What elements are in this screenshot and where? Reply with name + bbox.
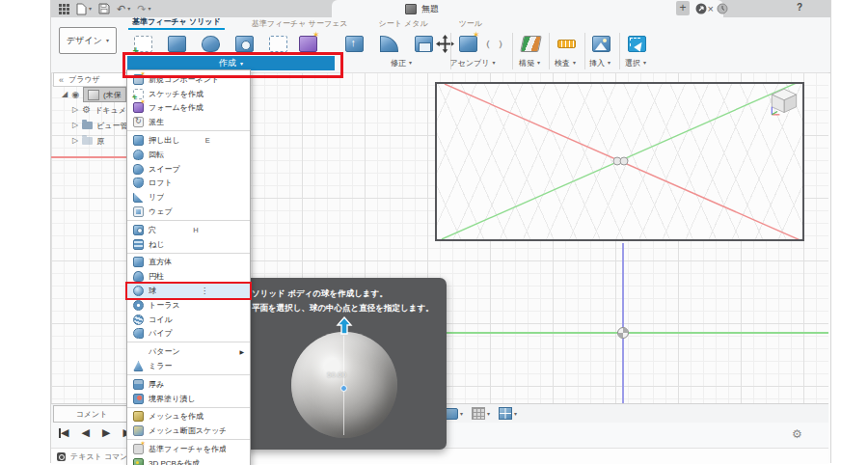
display-settings-bar — [443, 407, 517, 420]
menu-item-icon — [133, 74, 144, 85]
x-axis-line — [51, 156, 126, 158]
expand-caret-icon[interactable] — [72, 137, 78, 145]
sphere-center-point — [340, 385, 347, 392]
redo-button[interactable]: ↷ — [137, 4, 150, 14]
timeline-gear-icon[interactable] — [792, 427, 802, 441]
document-tab[interactable]: 無題 × — [332, 0, 723, 17]
create-menu-item[interactable]: ロフト — [127, 177, 250, 191]
collapse-panel-icon[interactable] — [59, 75, 64, 85]
create-menu-item[interactable]: 厚み — [127, 377, 250, 392]
menu-item-icon — [133, 117, 144, 127]
timeline-play-button[interactable]: ▶ — [102, 427, 110, 438]
timeline-skip-start-button[interactable]: ◀ — [59, 427, 68, 438]
create-menu-item[interactable]: ねじ — [127, 237, 250, 254]
create-menu-item[interactable]: 派生 — [127, 115, 250, 131]
quick-access-toolbar: ↶ ↷ — [59, 2, 150, 15]
menu-item-icon — [133, 394, 144, 404]
create-menu-item[interactable]: 回転 — [127, 148, 250, 162]
measure-button[interactable] — [553, 32, 580, 56]
expand-all-icon[interactable]: ◢ — [62, 91, 68, 98]
new-component-icon — [459, 36, 477, 52]
modify-caret-icon — [409, 60, 412, 66]
create-menu-item[interactable]: コイル — [127, 313, 250, 327]
help-button[interactable]: ? — [797, 2, 802, 13]
more-options-icon[interactable]: ⋮ — [201, 287, 208, 295]
hole-button[interactable] — [231, 32, 258, 56]
create-menu-item[interactable]: パイプ — [127, 327, 250, 343]
menu-item-icon — [133, 458, 144, 465]
project-geometry-button[interactable] — [264, 32, 291, 56]
viewports-button[interactable] — [499, 407, 517, 420]
create-menu-item[interactable]: スイープ — [127, 162, 250, 177]
create-menu-item[interactable]: 新規コンポーネント — [127, 72, 250, 87]
box-button[interactable] — [163, 32, 190, 56]
construct-plane-button[interactable] — [517, 32, 544, 56]
menu-item-icon — [133, 178, 144, 188]
menu-item-icon — [133, 361, 144, 371]
create-menu-item[interactable]: 3D PCBを作成 — [127, 456, 250, 465]
expand-caret-icon[interactable] — [72, 122, 78, 129]
press-pull-button[interactable] — [340, 32, 367, 56]
visibility-eye-icon[interactable] — [71, 91, 79, 99]
document-title: 無題 — [421, 3, 439, 15]
document-node[interactable]: (未保 — [83, 87, 126, 102]
modify-dropdown-button[interactable]: 修正 — [369, 57, 433, 68]
create-menu-item[interactable]: トーラス — [127, 298, 250, 313]
ribbon-tab[interactable]: 基準フィーチャ サーフェス — [248, 17, 352, 30]
close-tab-button[interactable]: × — [708, 4, 714, 14]
create-dropdown-button[interactable]: 作成 — [127, 56, 335, 70]
text-command-icon[interactable] — [57, 452, 66, 461]
viewport-inset[interactable] — [435, 82, 804, 241]
assemble-dropdown-button[interactable]: アセンブリ — [443, 57, 502, 68]
joint-button[interactable]: ﹙﹚ — [481, 32, 508, 56]
insert-image-icon — [592, 36, 610, 52]
timeline-step-back-button[interactable]: ◀ — [81, 427, 89, 438]
create-sketch-button[interactable] — [129, 32, 156, 56]
undo-caret-icon — [127, 6, 130, 12]
app-grid-icon[interactable] — [59, 4, 69, 14]
undo-icon: ↶ — [117, 4, 125, 14]
grid-settings-button[interactable] — [472, 407, 490, 420]
ribbon-tab[interactable]: ツール — [455, 17, 486, 30]
create-menu-item[interactable]: 基準フィーチャを作成 — [127, 442, 250, 456]
menu-item-icon — [133, 206, 144, 217]
save-icon[interactable] — [98, 3, 110, 14]
menu-item-icon — [133, 257, 144, 267]
create-menu-item[interactable]: メッシュ断面スケッチを作成 — [127, 424, 250, 440]
new-component-button[interactable] — [454, 32, 481, 56]
create-menu-item[interactable]: ウェブ — [127, 205, 250, 221]
select-dropdown-button[interactable]: 選択 — [613, 57, 658, 68]
create-menu-item[interactable]: スケッチを作成 — [127, 87, 250, 101]
job-status-clock-icon[interactable] — [717, 3, 728, 14]
select-button[interactable] — [623, 32, 650, 56]
file-menu-button[interactable] — [76, 3, 92, 15]
insert-image-button[interactable] — [587, 32, 614, 56]
create-menu-item[interactable]: フォームを作成 — [127, 101, 250, 116]
create-menu-item[interactable]: 円柱 — [127, 269, 250, 284]
undo-button[interactable]: ↶ — [117, 4, 130, 14]
fillet-button[interactable] — [375, 32, 402, 56]
expand-caret-icon[interactable] — [72, 106, 78, 114]
view-cube[interactable] — [770, 87, 799, 116]
create-menu-item[interactable]: 直方体 — [127, 256, 250, 270]
workspace-switcher[interactable]: デザイン — [59, 27, 117, 54]
create-menu-item[interactable]: 球 ⋮ — [127, 284, 250, 298]
menu-item-icon — [133, 300, 144, 311]
create-menu-item[interactable]: 穴 H — [127, 223, 250, 237]
browser-header[interactable]: ブラウザ — [53, 72, 133, 87]
redo-icon: ↷ — [137, 4, 146, 14]
create-menu-item[interactable]: ミラー — [127, 359, 250, 375]
comments-panel-tab[interactable]: コメント — [53, 405, 130, 423]
new-tab-button[interactable]: + — [676, 1, 690, 15]
create-form-button[interactable] — [294, 32, 321, 56]
extensions-icon[interactable] — [695, 3, 707, 14]
ribbon-tab[interactable]: シート メタル — [374, 17, 431, 30]
create-menu-item[interactable]: 押し出し E — [127, 133, 250, 148]
browser-row-label: ドキュメ — [95, 105, 126, 116]
create-menu-item[interactable]: パターン — [127, 344, 250, 359]
create-menu-item[interactable]: リブ — [127, 190, 250, 205]
create-menu-item[interactable]: メッシュを作成 — [127, 410, 250, 424]
create-menu-item[interactable]: 境界塗り潰し — [127, 392, 250, 408]
ribbon-tab[interactable]: 基準フィーチャ ソリッド — [128, 15, 225, 30]
revolve-button[interactable] — [197, 32, 224, 56]
